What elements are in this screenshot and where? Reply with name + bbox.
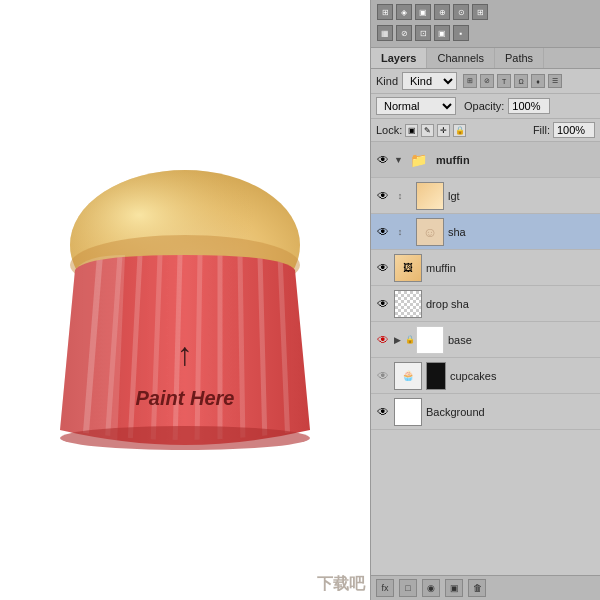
cupcake-illustration: ↑ Paint Here [45,160,325,480]
layer-lgt[interactable]: 👁 ↕ lgt [371,178,600,214]
opacity-label: Opacity: [464,100,504,112]
panel-icon-6[interactable]: ⊞ [472,4,488,20]
visibility-toggle-muffin[interactable]: 👁 [375,260,391,276]
svg-line-8 [197,255,200,445]
kind-row: Kind Kind ⊞ ⊘ T Ω ♦ ☰ [371,69,600,94]
fill-label: Fill: [533,124,550,136]
layer-background[interactable]: 👁 Background [371,394,600,430]
toolbar-row-2: ▦ ⊘ ⊡ ▣ ▪ [377,25,594,41]
visibility-toggle-muffin-group[interactable]: 👁 [375,152,391,168]
watermark: 下载吧 [317,574,365,595]
tab-channels[interactable]: Channels [427,48,494,68]
layers-list: 👁 ▼ 📁 muffin 👁 ↕ lgt 👁 ↕ sha 👁 🖼 muffin [371,142,600,575]
kind-icon-type[interactable]: T [497,74,511,88]
visibility-toggle-lgt[interactable]: 👁 [375,188,391,204]
svg-text:Paint Here: Paint Here [136,387,235,409]
visibility-toggle-cupcakes[interactable]: 👁 [375,368,391,384]
panel-icon-1[interactable]: ⊞ [377,4,393,20]
kind-icon-pixel[interactable]: ⊞ [463,74,477,88]
layer-cupcakes[interactable]: 👁 🧁 cupcakes [371,358,600,394]
tab-paths[interactable]: Paths [495,48,544,68]
toolbar-row-1: ⊞ ◈ ▣ ⊕ ⊙ ⊞ [377,4,594,20]
new-layer-button[interactable]: ▣ [445,579,463,597]
kind-icon-shape[interactable]: Ω [514,74,528,88]
visibility-toggle-sha[interactable]: 👁 [375,224,391,240]
lock-icon-all[interactable]: 🔒 [453,124,466,137]
layer-base-group[interactable]: 👁 ▶ 🔒 base [371,322,600,358]
group-arrow-base[interactable]: ▶ [394,335,404,345]
panel-tabs: Layers Channels Paths [371,48,600,69]
layer-chain-lgt: ↕ [394,191,406,201]
panel-icon-11[interactable]: ▪ [453,25,469,41]
kind-icons: ⊞ ⊘ T Ω ♦ ☰ [463,74,562,88]
layer-thumb-muffin-group: 📁 [404,146,432,174]
layer-muffin[interactable]: 👁 🖼 muffin [371,250,600,286]
kind-select[interactable]: Kind [402,72,457,90]
layer-chain-sha: ↕ [394,227,406,237]
layer-thumb-cupcakes: 🧁 [394,362,422,390]
panel-icon-9[interactable]: ⊡ [415,25,431,41]
lock-icons: ▣ ✎ ✛ 🔒 [405,124,466,137]
kind-label: Kind [376,75,398,87]
panel-icon-5[interactable]: ⊙ [453,4,469,20]
layer-name-muffin-group: muffin [436,154,596,166]
layer-name-cupcakes: cupcakes [450,370,596,382]
svg-point-13 [60,426,310,450]
new-group-button[interactable]: ◉ [422,579,440,597]
panel-icon-10[interactable]: ▣ [434,25,450,41]
lock-icon-draw[interactable]: ✎ [421,124,434,137]
opacity-input[interactable] [508,98,550,114]
panel-icon-7[interactable]: ▦ [377,25,393,41]
visibility-toggle-drop-sha[interactable]: 👁 [375,296,391,312]
layer-thumb-lgt [416,182,444,210]
lock-icon-move[interactable]: ✛ [437,124,450,137]
layer-muffin-group[interactable]: 👁 ▼ 📁 muffin [371,142,600,178]
kind-icon-adjustment[interactable]: ⊘ [480,74,494,88]
kind-icon-panel[interactable]: ☰ [548,74,562,88]
kind-icon-smart[interactable]: ♦ [531,74,545,88]
layer-thumb-muffin: 🖼 [394,254,422,282]
delete-layer-button[interactable]: 🗑 [468,579,486,597]
layer-name-drop-sha: drop sha [426,298,596,310]
panel-toolbar: ⊞ ◈ ▣ ⊕ ⊙ ⊞ ▦ ⊘ ⊡ ▣ ▪ [371,0,600,48]
fx-button[interactable]: fx [376,579,394,597]
layer-chain-base: 🔒 [404,335,416,344]
layer-sha[interactable]: 👁 ↕ sha [371,214,600,250]
layer-name-muffin: muffin [426,262,596,274]
bottom-toolbar: fx □ ◉ ▣ 🗑 [371,575,600,600]
panel-icon-2[interactable]: ◈ [396,4,412,20]
layer-name-base: base [448,334,596,346]
layer-thumb-background [394,398,422,426]
group-arrow-muffin[interactable]: ▼ [394,155,404,165]
layer-name-sha: sha [448,226,596,238]
layer-thumb-base [416,326,444,354]
visibility-toggle-base[interactable]: 👁 [375,332,391,348]
new-fill-adjustment-button[interactable]: □ [399,579,417,597]
lock-row: Lock: ▣ ✎ ✛ 🔒 Fill: [371,119,600,142]
panel-icon-8[interactable]: ⊘ [396,25,412,41]
blend-row: Normal Multiply Screen Overlay Opacity: [371,94,600,119]
layer-thumb-sha [416,218,444,246]
cupcake-svg: ↑ Paint Here [45,160,325,480]
svg-text:↑: ↑ [177,336,193,372]
panel-icon-3[interactable]: ▣ [415,4,431,20]
blend-mode-select[interactable]: Normal Multiply Screen Overlay [376,97,456,115]
lock-label: Lock: [376,124,402,136]
tab-layers[interactable]: Layers [371,48,427,68]
svg-line-10 [240,255,243,445]
lock-icon-pixel[interactable]: ▣ [405,124,418,137]
layers-panel: ⊞ ◈ ▣ ⊕ ⊙ ⊞ ▦ ⊘ ⊡ ▣ ▪ Layers Channels Pa… [370,0,600,600]
layer-drop-sha[interactable]: 👁 drop sha [371,286,600,322]
canvas-area: ↑ Paint Here 下载吧 [0,0,370,600]
fill-input[interactable] [553,122,595,138]
layer-name-lgt: lgt [448,190,596,202]
layer-name-background: Background [426,406,596,418]
panel-icon-4[interactable]: ⊕ [434,4,450,20]
layer-thumb-cupcakes-mask [426,362,446,390]
visibility-toggle-background[interactable]: 👁 [375,404,391,420]
layer-thumb-drop-sha [394,290,422,318]
